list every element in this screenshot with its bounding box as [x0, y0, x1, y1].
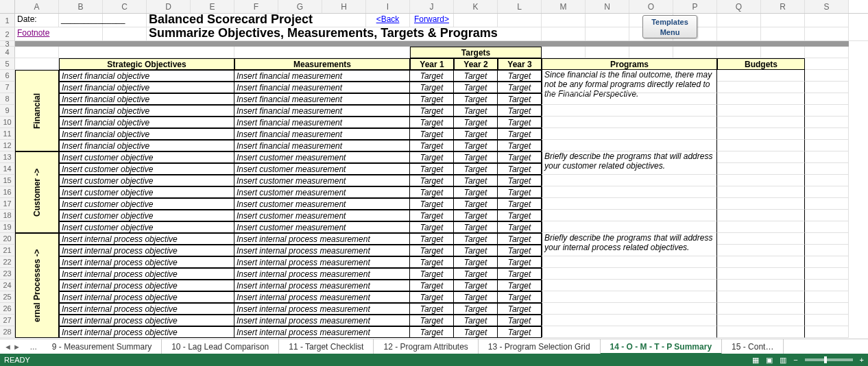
measurement-cell[interactable]: Insert internal process measurement: [234, 291, 410, 303]
target-y2-cell[interactable]: Target: [454, 186, 498, 198]
target-y1-cell[interactable]: Target: [410, 268, 454, 280]
column-header-Q[interactable]: Q: [717, 0, 761, 13]
target-y3-cell[interactable]: Target: [498, 221, 542, 233]
objective-cell[interactable]: Insert financial objective: [59, 70, 234, 82]
objective-cell[interactable]: Insert financial objective: [59, 93, 234, 105]
target-y3-cell[interactable]: Target: [498, 326, 542, 338]
zoom-slider[interactable]: [805, 358, 853, 361]
row-header-6[interactable]: 6: [0, 70, 15, 82]
row-header-9[interactable]: 9: [0, 105, 15, 117]
templates-menu-button[interactable]: Templates Menu: [642, 15, 697, 38]
view-page-break-icon[interactable]: ▥: [780, 354, 786, 366]
sheet-tab[interactable]: 14 - O - M - T - P Summary: [601, 339, 722, 354]
measurement-cell[interactable]: Insert financial measurement: [234, 70, 410, 82]
target-y1-cell[interactable]: Target: [410, 117, 454, 128]
objective-cell[interactable]: Insert customer objective: [59, 163, 234, 175]
objective-cell[interactable]: Insert financial objective: [59, 105, 234, 117]
column-header-C[interactable]: C: [103, 0, 147, 13]
target-y2-cell[interactable]: Target: [454, 105, 498, 117]
tab-nav-prev-icon[interactable]: ►: [13, 343, 21, 351]
budget-cell[interactable]: [717, 326, 805, 338]
target-y1-cell[interactable]: Target: [410, 233, 454, 245]
measurement-cell[interactable]: Insert customer measurement: [234, 151, 410, 163]
budget-cell[interactable]: [717, 163, 805, 175]
budget-cell[interactable]: [717, 117, 805, 128]
sheet-tab[interactable]: 15 - Cont…: [722, 339, 784, 354]
row-header-23[interactable]: 23: [0, 268, 15, 280]
footnote-link[interactable]: Footnote: [15, 27, 103, 41]
target-y2-cell[interactable]: Target: [454, 117, 498, 128]
column-header-N[interactable]: N: [586, 0, 629, 13]
row-header-28[interactable]: 28: [0, 326, 15, 338]
target-y3-cell[interactable]: Target: [498, 70, 542, 82]
column-header-M[interactable]: M: [542, 0, 586, 13]
budget-cell[interactable]: [717, 140, 805, 151]
row-header-14[interactable]: 14: [0, 163, 15, 175]
zoom-in-icon[interactable]: +: [860, 354, 864, 366]
target-y3-cell[interactable]: Target: [498, 128, 542, 140]
objective-cell[interactable]: Insert financial objective: [59, 82, 234, 93]
objective-cell[interactable]: Insert internal process objective: [59, 291, 234, 303]
objective-cell[interactable]: Insert internal process objective: [59, 233, 234, 245]
row-header-8[interactable]: 8: [0, 93, 15, 105]
measurement-cell[interactable]: Insert internal process measurement: [234, 303, 410, 315]
target-y1-cell[interactable]: Target: [410, 280, 454, 291]
row-header-17[interactable]: 17: [0, 198, 15, 210]
column-header-P[interactable]: P: [673, 0, 717, 13]
budget-cell[interactable]: [717, 151, 805, 163]
measurement-cell[interactable]: Insert customer measurement: [234, 175, 410, 186]
target-y3-cell[interactable]: Target: [498, 105, 542, 117]
target-y2-cell[interactable]: Target: [454, 291, 498, 303]
budget-cell[interactable]: [717, 70, 805, 82]
worksheet-grid[interactable]: ABCDEFGHIJKLMNOPQRS 1Date:______________…: [0, 0, 868, 338]
target-y3-cell[interactable]: Target: [498, 151, 542, 163]
target-y2-cell[interactable]: Target: [454, 82, 498, 93]
row-header-25[interactable]: 25: [0, 291, 15, 303]
budget-cell[interactable]: [717, 268, 805, 280]
row-header-24[interactable]: 24: [0, 280, 15, 291]
row-header-7[interactable]: 7: [0, 82, 15, 93]
measurement-cell[interactable]: Insert internal process measurement: [234, 280, 410, 291]
objective-cell[interactable]: Insert internal process objective: [59, 256, 234, 268]
sheet-tab[interactable]: 11 - Target Checklist: [279, 339, 374, 354]
target-y3-cell[interactable]: Target: [498, 82, 542, 93]
row-header-26[interactable]: 26: [0, 303, 15, 315]
view-normal-icon[interactable]: ▦: [752, 354, 759, 366]
row-header-19[interactable]: 19: [0, 221, 15, 233]
sheet-tab[interactable]: 9 - Measurement Summary: [43, 339, 162, 354]
row-header-10[interactable]: 10: [0, 117, 15, 128]
measurement-cell[interactable]: Insert customer measurement: [234, 198, 410, 210]
target-y2-cell[interactable]: Target: [454, 280, 498, 291]
column-header-R[interactable]: R: [761, 0, 805, 13]
target-y1-cell[interactable]: Target: [410, 140, 454, 151]
budget-cell[interactable]: [717, 291, 805, 303]
column-header-A[interactable]: A: [15, 0, 59, 13]
select-all-corner[interactable]: [0, 0, 15, 14]
target-y3-cell[interactable]: Target: [498, 140, 542, 151]
column-header-G[interactable]: G: [278, 0, 322, 13]
back-link[interactable]: <Back: [366, 14, 410, 27]
measurement-cell[interactable]: Insert customer measurement: [234, 163, 410, 175]
column-header-F[interactable]: F: [234, 0, 278, 13]
measurement-cell[interactable]: Insert financial measurement: [234, 128, 410, 140]
row-header-13[interactable]: 13: [0, 151, 15, 163]
budget-cell[interactable]: [717, 82, 805, 93]
tab-overflow-left[interactable]: ...: [25, 342, 43, 352]
column-header-S[interactable]: S: [805, 0, 849, 13]
row-header-27[interactable]: 27: [0, 315, 15, 326]
objective-cell[interactable]: Insert internal process objective: [59, 280, 234, 291]
measurement-cell[interactable]: Insert financial measurement: [234, 105, 410, 117]
sheet-tab[interactable]: 13 - Program Selection Grid: [479, 339, 601, 354]
target-y2-cell[interactable]: Target: [454, 221, 498, 233]
target-y1-cell[interactable]: Target: [410, 82, 454, 93]
measurement-cell[interactable]: Insert financial measurement: [234, 140, 410, 151]
row-header-15[interactable]: 15: [0, 175, 15, 186]
column-header-K[interactable]: K: [454, 0, 498, 13]
target-y1-cell[interactable]: Target: [410, 303, 454, 315]
target-y2-cell[interactable]: Target: [454, 140, 498, 151]
budget-cell[interactable]: [717, 256, 805, 268]
measurement-cell[interactable]: Insert internal process measurement: [234, 315, 410, 326]
view-page-layout-icon[interactable]: ▣: [766, 354, 773, 366]
target-y2-cell[interactable]: Target: [454, 268, 498, 280]
target-y3-cell[interactable]: Target: [498, 198, 542, 210]
